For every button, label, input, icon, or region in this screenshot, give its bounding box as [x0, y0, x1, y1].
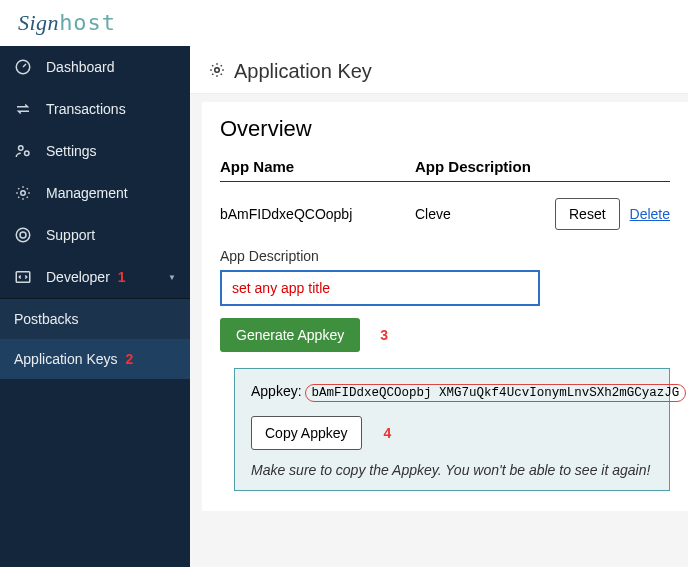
sidebar-item-management[interactable]: Management [0, 172, 190, 214]
user-gear-icon [14, 142, 36, 160]
annotation-4: 4 [384, 425, 392, 441]
cell-app-description: Cleve [415, 206, 555, 222]
col-app-name: App Name [220, 158, 415, 175]
svg-point-1 [19, 146, 24, 151]
annotation-2: 2 [126, 351, 134, 367]
gauge-icon [14, 58, 36, 76]
table-row: bAmFIDdxeQCOopbj Cleve Reset Delete [220, 198, 670, 230]
svg-point-7 [215, 67, 220, 72]
code-icon [14, 268, 36, 286]
table-header: App Name App Description [220, 158, 670, 182]
life-ring-icon [14, 226, 36, 244]
sidebar-item-label: Transactions [46, 101, 126, 117]
cell-app-name: bAmFIDdxeQCOopbj [220, 206, 415, 222]
sidebar-item-label: Settings [46, 143, 97, 159]
gear-icon [14, 184, 36, 202]
sidebar-item-label: Support [46, 227, 95, 243]
logo-sign: Sign [18, 10, 59, 35]
col-app-description: App Description [415, 158, 670, 175]
sidebar-item-developer[interactable]: Developer 1 ▼ [0, 256, 190, 299]
app-description-label: App Description [220, 248, 670, 264]
sidebar-item-dashboard[interactable]: Dashboard [0, 46, 190, 88]
annotation-3: 3 [380, 327, 388, 343]
delete-link[interactable]: Delete [630, 206, 670, 222]
sidebar-item-label: Management [46, 185, 128, 201]
sidebar-subitem-postbacks[interactable]: Postbacks [0, 299, 190, 339]
logo: Signhost [0, 0, 688, 46]
svg-point-3 [21, 191, 26, 196]
main-content: Application Key Overview App Name App De… [190, 46, 688, 567]
page-header: Application Key [190, 46, 688, 94]
appkey-panel: Appkey: bAmFIDdxeQCOopbj XMG7uQkf4UcvIon… [234, 368, 670, 491]
sidebar-item-label: Application Keys [14, 351, 118, 367]
sidebar: Dashboard Transactions Settings Manageme… [0, 46, 190, 567]
sidebar-item-support[interactable]: Support [0, 214, 190, 256]
overview-panel: Overview App Name App Description bAmFID… [202, 102, 688, 511]
reset-button[interactable]: Reset [555, 198, 620, 230]
svg-point-5 [20, 232, 26, 238]
gear-icon [208, 61, 226, 83]
appkey-value: bAmFIDdxeQCOopbj XMG7uQkf4UcvIonymLnvSXh… [305, 384, 687, 402]
app-description-input[interactable] [220, 270, 540, 306]
sidebar-item-label: Postbacks [14, 311, 79, 327]
sidebar-item-settings[interactable]: Settings [0, 130, 190, 172]
arrows-icon [14, 100, 36, 118]
generate-appkey-button[interactable]: Generate Appkey [220, 318, 360, 352]
copy-appkey-button[interactable]: Copy Appkey [251, 416, 362, 450]
overview-heading: Overview [220, 116, 670, 142]
appkey-note: Make sure to copy the Appkey. You won't … [251, 462, 653, 478]
logo-host: host [59, 10, 116, 35]
chevron-down-icon: ▼ [168, 273, 176, 282]
sidebar-item-transactions[interactable]: Transactions [0, 88, 190, 130]
svg-point-4 [16, 228, 30, 242]
appkey-label: Appkey: [251, 383, 302, 399]
annotation-1: 1 [118, 269, 126, 285]
svg-point-2 [25, 151, 30, 156]
sidebar-subitem-application-keys[interactable]: Application Keys 2 [0, 339, 190, 379]
page-title: Application Key [234, 60, 372, 83]
sidebar-item-label: Developer [46, 269, 110, 285]
sidebar-item-label: Dashboard [46, 59, 115, 75]
